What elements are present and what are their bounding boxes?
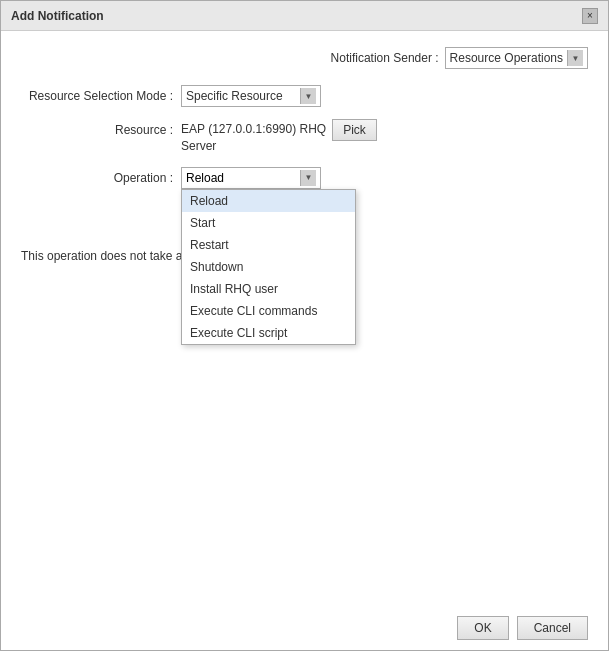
add-notification-dialog: Add Notification × Notification Sender :… <box>0 0 609 651</box>
operation-option-execute-cli-commands[interactable]: Execute CLI commands <box>182 300 355 322</box>
operation-selected-value: Reload <box>186 171 224 185</box>
dialog-footer: OK Cancel <box>1 606 608 650</box>
resource-row-content: EAP (127.0.0.1:6990) RHQ Server Pick <box>181 119 377 155</box>
resource-value-line1: EAP (127.0.0.1:6990) RHQ <box>181 122 326 136</box>
notification-sender-select[interactable]: Resource Operations ▼ <box>445 47 588 69</box>
operation-dropdown-menu: Reload Start Restart Shutdown Install RH… <box>181 189 356 345</box>
dialog-body: Notification Sender : Resource Operation… <box>1 31 608 606</box>
resource-row: Resource : EAP (127.0.0.1:6990) RHQ Serv… <box>21 119 588 155</box>
operation-option-restart[interactable]: Restart <box>182 234 355 256</box>
resource-selection-mode-value: Specific Resource <box>186 89 283 103</box>
ok-button[interactable]: OK <box>457 616 508 640</box>
dialog-titlebar: Add Notification × <box>1 1 608 31</box>
resource-value: EAP (127.0.0.1:6990) RHQ Server <box>181 119 326 155</box>
notification-sender-row: Notification Sender : Resource Operation… <box>21 47 588 69</box>
operation-option-execute-cli-script[interactable]: Execute CLI script <box>182 322 355 344</box>
operation-dropdown-arrow[interactable]: ▼ <box>300 170 316 186</box>
resource-selection-mode-row: Resource Selection Mode : Specific Resou… <box>21 85 588 107</box>
close-button[interactable]: × <box>582 8 598 24</box>
operation-option-shutdown[interactable]: Shutdown <box>182 256 355 278</box>
operation-option-reload[interactable]: Reload <box>182 190 355 212</box>
operation-select[interactable]: Reload ▼ <box>181 167 321 189</box>
pick-button[interactable]: Pick <box>332 119 377 141</box>
operation-dropdown-container: Reload ▼ Reload Start Restart Shutdown I… <box>181 167 321 189</box>
notification-sender-dropdown-arrow[interactable]: ▼ <box>567 50 583 66</box>
notification-sender-label: Notification Sender : <box>331 51 439 65</box>
resource-selection-mode-label: Resource Selection Mode : <box>21 85 181 107</box>
operation-option-start[interactable]: Start <box>182 212 355 234</box>
operation-option-install-rhq-user[interactable]: Install RHQ user <box>182 278 355 300</box>
notification-sender-value: Resource Operations <box>450 51 563 65</box>
operation-row: Operation : Reload ▼ Reload Start Restar… <box>21 167 588 189</box>
resource-label: Resource : <box>21 119 181 141</box>
resource-selection-mode-arrow[interactable]: ▼ <box>300 88 316 104</box>
cancel-button[interactable]: Cancel <box>517 616 588 640</box>
operation-label: Operation : <box>21 167 181 189</box>
resource-selection-mode-select[interactable]: Specific Resource ▼ <box>181 85 321 107</box>
resource-value-line2: Server <box>181 139 216 153</box>
dialog-title: Add Notification <box>11 9 104 23</box>
